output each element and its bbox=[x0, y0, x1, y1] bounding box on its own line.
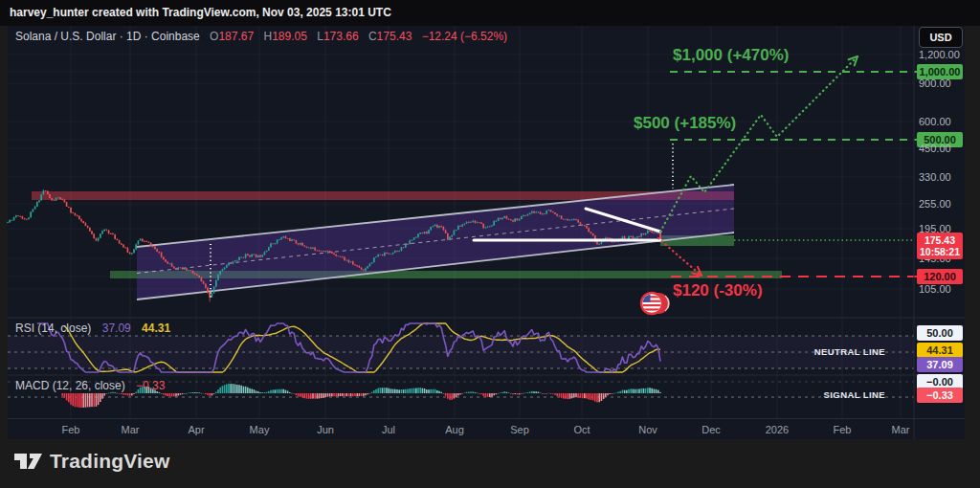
macd-legend: MACD (12, 26, close) −0.33 bbox=[15, 379, 165, 392]
tradingview-logo-text: TradingView bbox=[50, 450, 170, 473]
high-value: 189.05 bbox=[272, 30, 307, 43]
time-axis-label: 2026 bbox=[761, 424, 793, 435]
price-axis-label: 330.00 bbox=[919, 169, 951, 185]
tradingview-logo: TradingView bbox=[13, 450, 170, 473]
low-value: 173.66 bbox=[323, 30, 359, 43]
time-axis-label: Sep bbox=[503, 424, 536, 435]
price-axis-label: 1,200.00 bbox=[919, 47, 960, 62]
rsi-value: 37.09 bbox=[102, 322, 131, 335]
time-axis-label: Apr bbox=[180, 424, 212, 435]
time-axis-label: Jun bbox=[309, 424, 342, 435]
rsi-ma-value: 44.31 bbox=[142, 322, 170, 335]
low-label: L bbox=[317, 30, 323, 43]
macd-signal-line-label: SIGNAL LINE bbox=[805, 389, 885, 400]
price-axis-label: 450.00 bbox=[919, 141, 951, 156]
time-axis-label: Feb bbox=[55, 424, 87, 435]
time-axis[interactable]: FebMarAprMayJunJulAugSepOctNovDec2026Feb… bbox=[8, 418, 965, 440]
rsi-name: RSI (14, close) bbox=[15, 322, 91, 335]
time-axis-label: Aug bbox=[438, 424, 471, 435]
price-axis-label: 255.00 bbox=[919, 196, 951, 211]
price-axis-badge: 120.00 bbox=[917, 269, 963, 284]
price-axis[interactable]: 1,200.001,000.00900.00600.00500.00450.00… bbox=[915, 26, 965, 439]
price-axis-badge: 44.31 bbox=[917, 343, 963, 358]
tradingview-logo-icon bbox=[13, 451, 42, 472]
ascending-channel bbox=[137, 185, 734, 299]
close-label: C bbox=[368, 30, 377, 43]
target-label-120: $120 (-30%) bbox=[673, 281, 763, 300]
time-axis-label: Nov bbox=[632, 424, 664, 435]
change-value: −12.24 (−6.52%) bbox=[422, 30, 507, 43]
macd-value: −0.33 bbox=[136, 379, 165, 392]
symbol-title: Solana / U.S. Dollar · 1D · Coinbase bbox=[15, 30, 200, 43]
price-axis-badge: 175.4310:58:21 bbox=[917, 233, 963, 259]
price-axis-badge: 37.09 bbox=[917, 357, 963, 372]
time-axis-label: Dec bbox=[695, 424, 727, 435]
time-axis-label: Feb bbox=[826, 424, 858, 435]
symbol-legend: Solana / U.S. Dollar · 1D · Coinbase O18… bbox=[15, 30, 507, 43]
usd-coin-icon bbox=[639, 290, 670, 321]
time-axis-label: Oct bbox=[566, 424, 598, 435]
price-axis-label: 900.00 bbox=[919, 76, 951, 91]
high-label: H bbox=[263, 30, 272, 43]
time-axis-label: Mar bbox=[114, 424, 146, 435]
price-axis-label: 600.00 bbox=[919, 114, 951, 129]
close-value: 175.43 bbox=[377, 30, 412, 43]
rsi-legend: RSI (14, close) 37.09 44.31 bbox=[15, 322, 170, 335]
rsi-neutral-line-label: NEUTRAL LINE bbox=[805, 346, 885, 357]
open-value: 187.67 bbox=[218, 30, 254, 43]
time-axis-label: Jul bbox=[372, 424, 405, 435]
time-axis-label: Mar bbox=[884, 424, 917, 435]
price-chart-canvas[interactable] bbox=[0, 0, 980, 488]
price-axis-badge: 50.00 bbox=[917, 325, 963, 341]
time-axis-label: May bbox=[243, 424, 276, 435]
target-label-500: $500 (+185%) bbox=[634, 114, 736, 133]
price-axis-badge: −0.33 bbox=[917, 388, 963, 403]
macd-name: MACD (12, 26, close) bbox=[15, 379, 125, 392]
target-label-1000: $1,000 (+470%) bbox=[673, 46, 789, 65]
currency-button[interactable]: USD bbox=[919, 27, 963, 48]
